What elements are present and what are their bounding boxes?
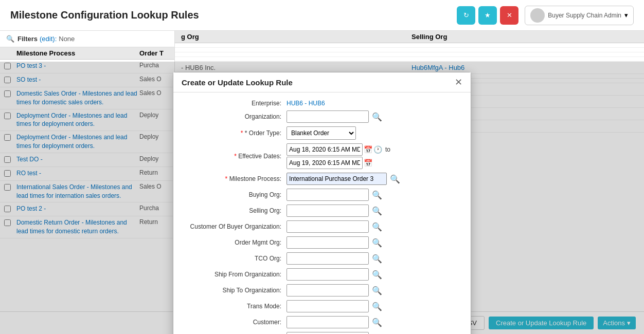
milestone-process-input[interactable] [287,173,387,185]
enterprise-label: Enterprise: [184,100,287,107]
tco-org-row: TCO Org: 🔍 [184,252,460,265]
tco-org-search-button[interactable]: 🔍 [371,254,383,264]
ship-from-row: Ship From Organization: 🔍 [184,268,460,281]
user-dropdown[interactable]: Buyer Supply Chain Admin ▾ [525,6,634,25]
dialog-header: Create or Update Lookup Rule ✕ [173,72,471,92]
organization-label: Organization: [184,113,287,120]
buying-org-row: Buying Org: 🔍 [184,189,460,201]
date-to-calendar-button[interactable]: 📅 [364,159,372,167]
dialog-close-button[interactable]: ✕ [455,78,462,87]
star-icon: ★ [485,11,491,19]
trans-mode-search-button[interactable]: 🔍 [371,302,383,311]
table-header: Milestone Process Order T [0,47,174,60]
vendor-input[interactable] [287,332,369,334]
right-col-selling: Selling Org [409,33,640,41]
customer-of-buyer-input[interactable] [287,220,369,233]
date-to-input[interactable] [287,157,363,169]
search-icon: 🔍 [6,35,14,43]
filters-label: Filters [17,35,38,43]
right-col-buying: g Org [179,33,409,41]
order-mgmt-org-label: Order Mgmt Org: [184,239,287,246]
dialog-title: Create or Update Lookup Rule [182,78,293,87]
customer-label: Customer: [184,319,287,326]
filter-bar: 🔍 Filters (edit): None [0,31,174,47]
order-type-select[interactable]: Blanket Order Sales Order Purchase Order… [287,126,356,140]
vendor-row: Vendor: 🔍 [184,332,460,334]
order-type-label: * Order Type: [184,129,287,137]
organization-search-button[interactable]: 🔍 [371,112,383,122]
customer-of-buyer-label: Customer Of Buyer Organization: [184,223,287,230]
buying-org-search-button[interactable]: 🔍 [371,190,383,200]
date-separator: to [385,146,390,153]
milestone-process-row: Milestone Process: 🔍 [184,173,460,185]
customer-search-button[interactable]: 🔍 [371,318,383,327]
date-from-input[interactable] [287,143,363,156]
top-header: Milestone Configuration Lookup Rules ↻ ★… [0,0,644,31]
filter-edit[interactable]: (edit): [40,35,57,43]
order-type-row: * Order Type: Blanket Order Sales Order … [184,126,460,140]
milestone-process-search-button[interactable]: 🔍 [389,174,401,184]
trans-mode-row: Trans Mode: 🔍 [184,300,460,312]
col-order: Order T [139,49,170,57]
user-label: Buyer Supply Chain Admin [548,12,621,19]
avatar [530,8,545,23]
ship-from-search-button[interactable]: 🔍 [371,270,383,280]
buying-org-input[interactable] [287,189,369,201]
ship-to-row: Ship To Organization: 🔍 [184,284,460,296]
selling-org-input[interactable] [287,205,369,217]
organization-row: Organization: 🔍 [184,110,460,123]
enterprise-value: HUB6 - HUB6 [287,100,325,107]
selling-org-row: Selling Org: 🔍 [184,205,460,217]
customer-input[interactable] [287,316,369,328]
refresh-button[interactable]: ↻ [457,6,475,25]
dialog: Create or Update Lookup Rule ✕ Enterpris… [173,72,471,334]
order-mgmt-org-input[interactable] [287,236,369,249]
milestone-process-label: Milestone Process: [184,175,287,182]
customer-row: Customer: 🔍 [184,316,460,328]
selling-org-search-button[interactable]: 🔍 [371,206,383,216]
refresh-icon: ↻ [463,11,469,19]
ship-from-input[interactable] [287,268,369,281]
date-from-calendar-button[interactable]: 📅 [364,145,372,154]
favorite-button[interactable]: ★ [478,6,497,25]
page-title: Milestone Configuration Lookup Rules [10,9,199,21]
ship-to-search-button[interactable]: 🔍 [371,286,383,295]
filter-value: None [59,35,75,43]
dialog-body: Enterprise: HUB6 - HUB6 Organization: 🔍 … [173,92,471,334]
order-mgmt-org-row: Order Mgmt Org: 🔍 [184,236,460,249]
customer-of-buyer-search-button[interactable]: 🔍 [371,222,383,232]
ship-to-input[interactable] [287,284,369,296]
effective-dates-row: Effective Dates: 📅 🕐 to 📅 [184,143,460,169]
tco-org-input[interactable] [287,252,369,265]
chevron-down-icon: ▾ [624,11,628,19]
col-check [4,49,16,57]
enterprise-row: Enterprise: HUB6 - HUB6 [184,100,460,107]
close-icon: ✕ [507,11,512,19]
trans-mode-input[interactable] [287,300,369,312]
col-process: Milestone Process [16,49,139,57]
close-button[interactable]: ✕ [500,6,518,25]
tco-org-label: TCO Org: [184,255,287,262]
date-from-clock-button[interactable]: 🕐 [373,145,382,154]
organization-input[interactable] [287,110,369,123]
selling-org-label: Selling Org: [184,207,287,214]
effective-dates-label: Effective Dates: [184,153,287,160]
buying-org-label: Buying Org: [184,191,287,198]
dialog-overlay: Create or Update Lookup Rule ✕ Enterpris… [0,62,644,334]
ship-from-label: Ship From Organization: [184,271,287,278]
ship-to-label: Ship To Organization: [184,287,287,294]
customer-of-buyer-row: Customer Of Buyer Organization: 🔍 [184,220,460,233]
order-mgmt-org-search-button[interactable]: 🔍 [371,238,383,248]
trans-mode-label: Trans Mode: [184,303,287,310]
